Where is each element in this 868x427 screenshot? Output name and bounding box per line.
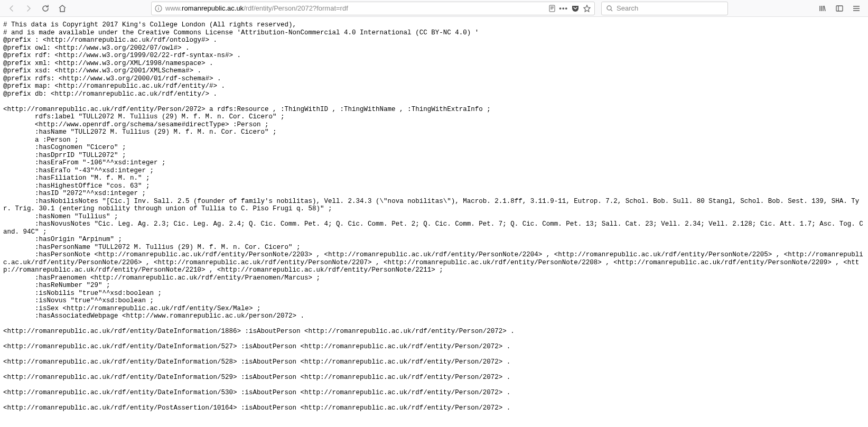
bookmark-star-icon[interactable] [583, 4, 591, 13]
svg-rect-2 [158, 8, 158, 10]
browser-toolbar: www.romanrepublic.ac.uk/rdf/entity/Perso… [0, 0, 868, 17]
rdf-content: # This data is Copyright 2017 King's Col… [0, 17, 868, 427]
menu-button[interactable] [849, 1, 864, 16]
svg-line-12 [824, 6, 825, 11]
search-box[interactable]: Search [601, 2, 728, 15]
sidebar-icon [835, 4, 844, 13]
search-icon [606, 5, 613, 12]
svg-point-1 [158, 6, 159, 7]
forward-button[interactable] [21, 1, 36, 16]
reader-mode-icon[interactable] [548, 5, 556, 12]
svg-rect-3 [549, 5, 555, 12]
reload-icon [41, 4, 50, 13]
url-text: www.romanrepublic.ac.uk/rdf/entity/Perso… [165, 4, 545, 12]
hamburger-icon [852, 4, 861, 13]
page-actions-icon[interactable]: ••• [559, 4, 568, 12]
sidebar-button[interactable] [832, 1, 847, 16]
reload-button[interactable] [38, 1, 53, 16]
arrow-right-icon [24, 4, 33, 13]
svg-rect-13 [836, 6, 843, 11]
home-icon [58, 4, 67, 13]
library-icon [818, 4, 827, 13]
home-button[interactable] [55, 1, 70, 16]
search-placeholder: Search [617, 4, 638, 12]
library-button[interactable] [815, 1, 830, 16]
arrow-left-icon [7, 4, 16, 13]
svg-point-7 [607, 6, 611, 10]
back-button[interactable] [4, 1, 19, 16]
pocket-icon[interactable] [571, 4, 580, 13]
site-info-icon[interactable] [155, 5, 162, 12]
url-bar[interactable]: www.romanrepublic.ac.uk/rdf/entity/Perso… [151, 2, 595, 15]
svg-line-8 [611, 10, 612, 11]
